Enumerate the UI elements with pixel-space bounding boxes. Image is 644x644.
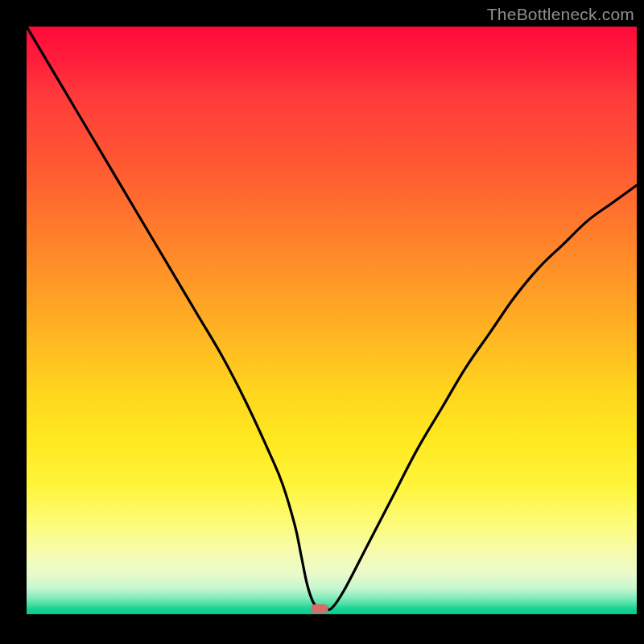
- watermark-text: TheBottleneck.com: [487, 5, 634, 24]
- optimal-marker: [311, 604, 328, 613]
- plot-area: [27, 27, 637, 614]
- bottleneck-curve: [27, 27, 637, 614]
- chart-frame: TheBottleneck.com: [0, 0, 644, 644]
